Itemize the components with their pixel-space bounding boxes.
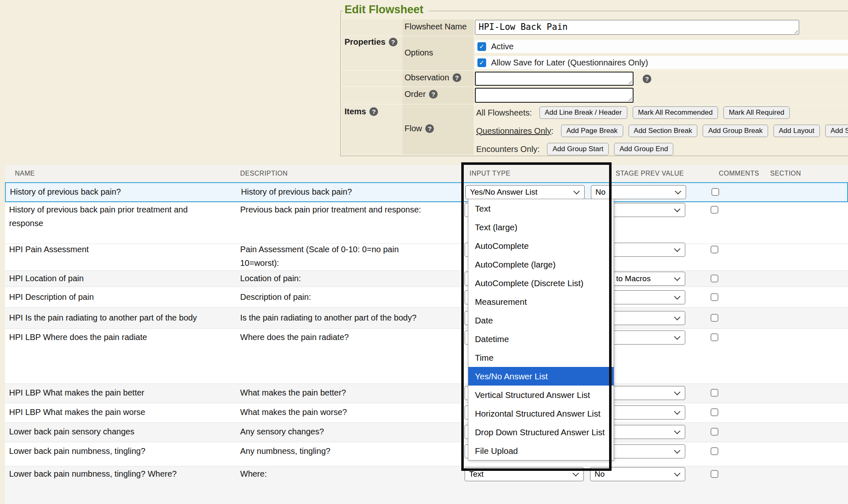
table-row: Lower back pain numbness, tingling?Any n… <box>5 442 848 466</box>
item-name: HPI Location of pain <box>9 272 84 285</box>
item-description: Is the pain radiating to another part of… <box>240 311 417 325</box>
help-icon[interactable]: ? <box>643 75 651 83</box>
order-label: Order ? <box>405 89 438 99</box>
add-line-break-header-button[interactable]: Add Line Break / Header <box>540 106 627 119</box>
checkbox-checked-icon[interactable]: ✓ <box>477 58 486 67</box>
table-row: HPI Pain AssessmentPain Assessment (Scal… <box>5 244 848 270</box>
comments-checkbox[interactable] <box>711 188 719 196</box>
dropdown-option[interactable]: Yes/No Answer List <box>468 367 614 386</box>
mark-all-required-button[interactable]: Mark All Required <box>723 106 790 119</box>
dropdown-option[interactable]: Drop Down Structured Answer List <box>468 423 614 441</box>
flow-group: All Flowsheets:Add Line Break / HeaderMa… <box>476 104 795 121</box>
dropdown-option[interactable]: Horizontal Structured Answer List <box>468 404 614 423</box>
table-row: History of previous back pain?History of… <box>5 182 848 202</box>
dropdown-option[interactable]: AutoComplete (Discrete List) <box>468 274 614 292</box>
add-section-break-button[interactable]: Add Section Break <box>629 125 698 137</box>
item-description: Pain Assessment (Scale of 0-10: 0=no pai… <box>240 243 435 270</box>
mark-all-recommended-button[interactable]: Mark All Recommended <box>633 106 718 119</box>
observation-label: Observation ? <box>405 73 461 82</box>
dropdown-option[interactable]: File Upload <box>468 441 614 460</box>
help-icon[interactable]: ? <box>453 73 461 82</box>
table-row: HPI Description of painDescription of pa… <box>5 287 848 307</box>
item-description: Location of pain: <box>240 272 301 285</box>
comments-checkbox[interactable] <box>711 470 718 478</box>
comments-checkbox[interactable] <box>711 428 718 436</box>
comments-checkbox[interactable] <box>711 293 718 301</box>
input-type-select[interactable]: Text <box>465 467 584 481</box>
item-name: Lower back pain numbness, tingling? <box>9 444 145 458</box>
item-name: History of previous back pain? <box>10 185 121 199</box>
item-name: HPI LBP Where does the pain radiate <box>9 330 147 344</box>
item-name: HPI LBP What makes the pain worse <box>9 405 145 419</box>
option-row: ✓Allow Save for Later (Questionnaires On… <box>475 56 848 69</box>
table-row: HPI LBP Where does the pain radiateWhere… <box>5 328 848 383</box>
header-stage-prev-value: STAGE PREV VALUE <box>616 170 684 177</box>
comments-checkbox[interactable] <box>711 275 718 282</box>
page-title: Edit Flowsheet <box>343 3 429 16</box>
comments-checkbox[interactable] <box>711 314 718 322</box>
table-row: HPI LBP What makes the pain worseWhat ma… <box>5 403 848 422</box>
comments-checkbox[interactable] <box>711 389 718 397</box>
table-row: Lower back pain numbness, tingling? Wher… <box>5 466 848 504</box>
item-name: HPI Description of pain <box>9 290 94 304</box>
help-icon[interactable]: ? <box>389 38 398 46</box>
dropdown-option[interactable]: Date <box>468 311 614 330</box>
divider <box>342 36 848 36</box>
dropdown-option[interactable]: Time <box>468 348 614 367</box>
comments-checkbox[interactable] <box>711 447 718 455</box>
flowsheet-name-field-wrap: HPI-Low Back Pain <box>475 20 799 35</box>
add-page-break-button[interactable]: Add Page Break <box>561 125 623 137</box>
table-header: NAME DESCRIPTION INPUT TYPE STAGE PREV V… <box>5 165 848 182</box>
items-label: Items ? <box>344 107 378 116</box>
add-group-end-button[interactable]: Add Group End <box>614 143 673 155</box>
dropdown-option[interactable]: Text (large) <box>468 218 614 236</box>
header-section: SECTION <box>770 170 801 177</box>
divider <box>342 87 848 87</box>
dropdown-option[interactable]: Measurement <box>468 292 614 311</box>
item-description: Any sensory changes? <box>240 425 324 439</box>
item-name: Lower back pain numbness, tingling? Wher… <box>9 467 177 481</box>
help-icon[interactable]: ? <box>369 107 378 116</box>
item-description: What makes the pain better? <box>240 386 346 400</box>
add-group-break-button[interactable]: Add Group Break <box>703 125 768 137</box>
stage-prev-value-select[interactable]: No <box>590 467 685 481</box>
header-comments: COMMENTS <box>719 170 759 177</box>
input-type-select[interactable]: Yes/No Answer List <box>465 185 585 199</box>
comments-checkbox[interactable] <box>711 246 718 253</box>
observation-input[interactable] <box>476 72 633 85</box>
flowsheet-name-label: Flowsheet Name <box>405 22 467 31</box>
divider <box>342 70 848 71</box>
add-group-start-button[interactable]: Add Group Start <box>547 143 609 155</box>
options-label: Options <box>405 48 433 58</box>
flow-group-label: All Flowsheets: <box>476 108 532 118</box>
table-row: History of previous back pain prior trea… <box>5 202 848 244</box>
header-name: NAME <box>15 170 35 177</box>
stage-prev-value-select[interactable]: No <box>591 185 686 199</box>
flow-group: Questionnaires Only:Add Page BreakAdd Se… <box>476 123 848 139</box>
comments-checkbox[interactable] <box>711 408 718 416</box>
add-layout-button[interactable]: Add Layout <box>773 125 820 137</box>
add-scriptlet-button[interactable]: Add Scriptlet <box>825 125 848 137</box>
item-name: HPI LBP What makes the pain better <box>9 386 144 400</box>
table-row: HPI LBP What makes the pain betterWhat m… <box>5 383 848 403</box>
checkbox-label: Allow Save for Later (Questionnaires Onl… <box>491 58 648 68</box>
item-description: Where does the pain radiate? <box>240 330 349 344</box>
item-name: History of previous back pain prior trea… <box>9 203 220 230</box>
dropdown-option[interactable]: Text <box>468 199 614 218</box>
dropdown-option[interactable]: Vertical Structured Answer List <box>468 386 614 404</box>
comments-checkbox[interactable] <box>711 333 718 341</box>
order-input[interactable] <box>476 89 633 102</box>
table-row: HPI Location of painLocation of pain:to … <box>5 270 848 287</box>
checkbox-checked-icon[interactable]: ✓ <box>477 42 486 51</box>
observation-field-wrap <box>475 72 634 86</box>
flow-group: Encounters Only:Add Group StartAdd Group… <box>476 141 679 157</box>
dropdown-option[interactable]: AutoComplete (large) <box>468 255 614 274</box>
flow-group-label: Questionnaires Only: <box>476 126 554 136</box>
comments-checkbox[interactable] <box>711 206 718 214</box>
dropdown-option[interactable]: AutoComplete <box>468 236 614 255</box>
help-icon[interactable]: ? <box>425 124 434 133</box>
flowsheet-name-input[interactable]: HPI-Low Back Pain <box>475 20 799 34</box>
help-icon[interactable]: ? <box>429 90 438 99</box>
item-description: Any numbness, tingling? <box>240 444 330 458</box>
dropdown-option[interactable]: Datetime <box>468 330 614 348</box>
